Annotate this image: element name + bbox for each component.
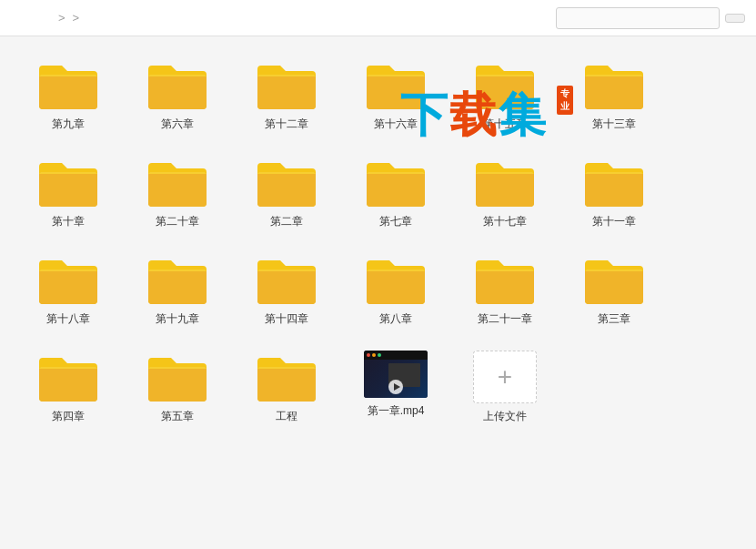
- play-button: [388, 380, 403, 394]
- item-label: 第五章: [161, 409, 194, 424]
- folder-icon: [146, 58, 209, 111]
- folder-icon: [473, 58, 537, 111]
- plus-icon: +: [498, 364, 512, 390]
- list-item[interactable]: 第十八章: [18, 246, 118, 334]
- item-label: 第十七章: [483, 214, 527, 229]
- breadcrumb-sep-1: >: [58, 11, 66, 25]
- list-item[interactable]: 第十九章: [127, 246, 227, 334]
- list-item[interactable]: 第二章: [237, 148, 337, 237]
- item-label: 第十二章: [265, 117, 308, 132]
- folder-icon: [255, 351, 318, 403]
- folder-icon: [364, 253, 428, 306]
- item-label: 第六章: [161, 117, 194, 132]
- folder-icon: [582, 253, 646, 306]
- item-label: 第四章: [52, 409, 85, 424]
- list-item[interactable]: 第六章: [127, 51, 227, 139]
- item-label: 第十一章: [592, 214, 636, 229]
- dot-yellow: [372, 353, 376, 357]
- item-label: 第二十章: [156, 214, 199, 229]
- folder-icon: [36, 58, 100, 111]
- breadcrumb-sep-2: >: [73, 11, 80, 25]
- folder-icon: [36, 156, 100, 208]
- list-item[interactable]: 第十二章: [237, 51, 337, 139]
- item-label: 工程: [276, 409, 297, 424]
- folder-icon: [473, 253, 537, 306]
- video-content: [364, 360, 428, 398]
- item-label: 第十三章: [592, 117, 636, 132]
- folder-icon: [473, 156, 537, 208]
- upload-box: +: [473, 351, 537, 403]
- item-label: 第十五章: [483, 117, 527, 132]
- list-item[interactable]: 第八章: [346, 246, 446, 334]
- video-titlebar: [364, 351, 428, 360]
- folder-icon: [364, 58, 428, 111]
- breadcrumb: > >: [55, 11, 549, 25]
- item-label: 第十九章: [156, 311, 199, 327]
- item-label: 第十六章: [374, 117, 418, 132]
- list-item[interactable]: 第三章: [564, 246, 664, 334]
- folder-icon: [146, 156, 209, 208]
- search-input[interactable]: [556, 7, 720, 29]
- list-item[interactable]: 第十七章: [455, 148, 555, 237]
- play-triangle-icon: [394, 383, 400, 391]
- item-label: 第一章.mp4: [368, 403, 425, 419]
- search-button[interactable]: [725, 14, 745, 23]
- list-item[interactable]: 工程: [237, 343, 337, 432]
- folder-icon: [255, 156, 318, 208]
- item-label: 第十八章: [46, 311, 90, 327]
- toolbar: > >: [0, 0, 756, 36]
- dot-green: [378, 353, 381, 357]
- item-label: 第二十一章: [478, 311, 532, 327]
- item-label: 第十章: [52, 214, 85, 229]
- list-item[interactable]: 第十一章: [564, 148, 664, 237]
- list-item[interactable]: 第七章: [346, 148, 446, 237]
- folder-icon: [36, 253, 100, 306]
- folder-icon: [582, 58, 646, 111]
- list-item[interactable]: 第十四章: [237, 246, 337, 334]
- video-thumbnail: [364, 351, 428, 398]
- file-grid: 第九章 第六章 第十二章 第十六章: [0, 36, 756, 549]
- list-item[interactable]: 第二十章: [127, 148, 227, 237]
- forward-button[interactable]: [25, 16, 33, 20]
- list-item[interactable]: 第四章: [18, 343, 118, 432]
- list-item[interactable]: + 上传文件: [455, 343, 555, 432]
- item-label: 第三章: [598, 311, 630, 327]
- back-button[interactable]: [11, 16, 18, 20]
- item-label: 上传文件: [483, 409, 527, 424]
- list-item[interactable]: 第十五章: [455, 51, 555, 139]
- item-label: 第七章: [379, 214, 412, 229]
- folder-icon: [255, 58, 318, 111]
- list-item[interactable]: 第一章.mp4: [346, 343, 446, 432]
- refresh-button[interactable]: [40, 16, 47, 20]
- list-item[interactable]: 第五章: [127, 343, 227, 432]
- folder-icon: [146, 351, 209, 403]
- item-label: 第九章: [52, 117, 85, 132]
- list-item[interactable]: 第九章: [18, 51, 118, 139]
- item-label: 第十四章: [265, 311, 308, 327]
- dot-red: [367, 353, 370, 357]
- list-item[interactable]: 第十六章: [346, 51, 446, 139]
- list-item[interactable]: 第十三章: [564, 51, 664, 139]
- list-item[interactable]: 第二十一章: [455, 246, 555, 334]
- list-item[interactable]: 第十章: [18, 148, 118, 237]
- folder-icon: [364, 156, 428, 208]
- item-label: 第二章: [270, 214, 303, 229]
- folder-icon: [36, 351, 100, 403]
- folder-icon: [582, 156, 646, 208]
- search-area: [556, 7, 745, 29]
- folder-icon: [255, 253, 318, 306]
- folder-icon: [146, 253, 209, 306]
- item-label: 第八章: [379, 311, 412, 327]
